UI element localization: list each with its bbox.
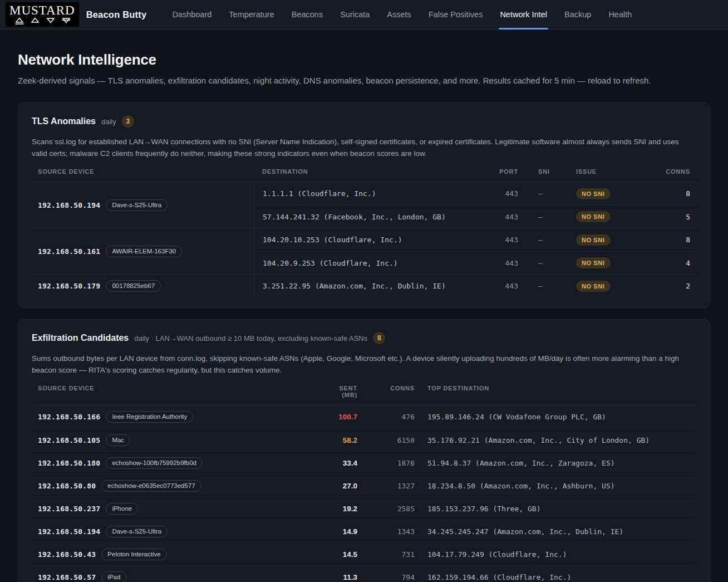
device-pill: echoshow-e0635ec0773ed577	[101, 480, 201, 492]
source-ip: 192.168.50.161	[38, 247, 100, 256]
exfil-count-badge: 8	[373, 332, 385, 344]
device-pill: echoshow-100fb75992b9fb0d	[106, 457, 203, 469]
page-title: Network Intelligence	[18, 51, 710, 69]
exfil-card-header: Exfiltration Candidates daily · LAN→WAN …	[32, 332, 696, 344]
app-name: Beacon Butty	[86, 9, 147, 20]
exfil-row: 192.168.50.237 iPhone 19.2 2585 185.153.…	[32, 497, 696, 520]
conns-cell: 8	[646, 189, 696, 198]
exfil-row: 192.168.50.43 Peloton Interactive 14.5 7…	[32, 542, 696, 565]
issue-badge: NO SNI	[576, 234, 611, 246]
exfil-source-cell: 192.168.50.237 iPhone	[32, 503, 324, 515]
device-pill: iPhone	[106, 503, 138, 515]
tls-col-source-device: Source Device	[32, 168, 254, 175]
main-content: Network Intelligence Zeek-derived signal…	[0, 51, 728, 582]
tls-col-port: Port	[479, 168, 518, 175]
tls-card-description: Scans ssl.log for established LAN→WAN co…	[32, 136, 691, 159]
destination-cell: 104.20.9.253 (Cloudflare, Inc.)	[255, 259, 479, 267]
nav-item-assets[interactable]: Assets	[387, 0, 411, 30]
issue-badge: NO SNI	[576, 257, 611, 268]
source-ip: 192.168.50.43	[38, 550, 96, 559]
nav-item-false-positives[interactable]: False Positives	[429, 0, 483, 30]
top-destination-cell: 195.89.146.24 (CW Vodafone Group PLC, GB…	[415, 413, 696, 421]
destination-cell: 57.144.241.32 (Facebook, Inc., London, G…	[255, 213, 479, 221]
tls-card-title: TLS Anomalies	[32, 116, 96, 126]
source-ip: 192.168.50.57	[38, 573, 96, 581]
exfil-source-cell: 192.168.50.166 Ieee Registration Authori…	[32, 411, 324, 423]
device-pill: Ieee Registration Authority	[106, 411, 193, 423]
tls-card-meta: daily	[101, 118, 116, 126]
source-ip: 192.168.50.180	[38, 459, 100, 467]
exfil-source-cell: 192.168.50.57 iPad	[32, 571, 324, 582]
tls-group-row: 192.168.50.194 Dave-s-S25-Ultra 1.1.1.1 …	[32, 182, 696, 228]
destination-cell: 3.251.22.95 (Amazon.com, Inc., Dublin, I…	[255, 282, 479, 290]
tls-group-row: 192.168.50.179 00178825eb67 3.251.22.95 …	[32, 274, 696, 297]
tls-col-conns: Conns	[646, 168, 696, 175]
sent-mb-cell: 100.7	[324, 413, 357, 421]
conns-cell: 6150	[357, 436, 415, 444]
nav-item-backup[interactable]: Backup	[564, 0, 591, 30]
sni-cell: –	[518, 282, 557, 290]
logo-text: MUSTARD	[9, 4, 75, 17]
exfil-table: Source Device Sent (MB) Conns Top Destin…	[32, 385, 696, 582]
tls-destination-rows: 1.1.1.1 (Cloudflare, Inc.) 443 – NO SNI …	[254, 182, 696, 228]
conns-cell: 794	[357, 573, 415, 581]
device-pill: AWAIR-ELEM-163F30	[106, 246, 182, 257]
sent-mb-cell: 14.5	[324, 550, 357, 559]
nav-item-suricata[interactable]: Suricata	[340, 0, 370, 30]
nav-item-network-intel[interactable]: Network Intel	[500, 0, 547, 30]
nav-item-health[interactable]: Health	[608, 0, 632, 30]
tls-source-cell: 192.168.50.161 AWAIR-ELEM-163F30	[32, 228, 254, 274]
source-ip: 192.168.50.105	[38, 436, 100, 444]
conns-cell: 4	[646, 259, 696, 267]
exfil-col-source-device: Source Device	[32, 385, 324, 398]
destination-cell: 1.1.1.1 (Cloudflare, Inc.)	[255, 189, 479, 198]
tls-destination-row: 3.251.22.95 (Amazon.com, Inc., Dublin, I…	[255, 275, 696, 297]
sent-mb-cell: 11.3	[324, 573, 357, 581]
tls-card-header: TLS Anomalies daily 3	[32, 115, 696, 128]
exfil-row: 192.168.50.80 echoshow-e0635ec0773ed577 …	[32, 474, 696, 497]
conns-cell: 731	[357, 550, 415, 559]
conns-cell: 5	[646, 213, 696, 221]
exfil-row: 192.168.50.194 Dave-s-S25-Ultra 14.9 134…	[32, 520, 696, 542]
sni-cell: –	[518, 213, 557, 221]
top-destination-cell: 18.234.8.50 (Amazon.com, Inc., Ashburn, …	[415, 482, 696, 490]
top-destination-cell: 51.94.8.37 (Amazon.com, Inc., Zaragoza, …	[415, 459, 696, 467]
exfil-source-cell: 192.168.50.80 echoshow-e0635ec0773ed577	[32, 480, 324, 492]
tls-destination-row: 104.20.10.253 (Cloudflare, Inc.) 443 – N…	[255, 228, 696, 251]
exfil-col-top-destination: Top Destination	[415, 385, 696, 398]
source-ip: 192.168.50.166	[38, 413, 100, 421]
device-pill: 00178825eb67	[106, 280, 161, 292]
exfil-row: 192.168.50.57 iPad 11.3 794 162.159.194.…	[32, 565, 696, 582]
exfil-card-meta: daily · LAN→WAN outbound ≥ 10 MB today, …	[134, 334, 367, 343]
tls-col-sni: SNI	[518, 168, 557, 175]
tls-destination-rows: 104.20.10.253 (Cloudflare, Inc.) 443 – N…	[254, 228, 696, 274]
sent-mb-cell: 33.4	[324, 459, 357, 467]
sent-mb-cell: 58.2	[324, 436, 357, 444]
primary-nav: DashboardTemperatureBeaconsSuricataAsset…	[172, 0, 632, 30]
exfil-col-conns: Conns	[357, 385, 415, 398]
top-destination-cell: 35.176.92.21 (Amazon.com, Inc., City of …	[415, 436, 696, 444]
tls-destination-row: 104.20.9.253 (Cloudflare, Inc.) 443 – NO…	[255, 251, 696, 274]
top-destination-cell: 104.17.79.249 (Cloudflare, Inc.)	[415, 550, 696, 559]
exfil-table-body: 192.168.50.166 Ieee Registration Authori…	[32, 405, 696, 582]
exfil-source-cell: 192.168.50.105 Mac	[32, 434, 324, 446]
sni-cell: –	[518, 189, 557, 198]
tls-source-cell: 192.168.50.179 00178825eb67	[32, 275, 254, 297]
port-cell: 443	[479, 259, 518, 267]
conns-cell: 1876	[357, 459, 415, 467]
nav-item-temperature[interactable]: Temperature	[229, 0, 274, 30]
exfiltration-candidates-card: Exfiltration Candidates daily · LAN→WAN …	[18, 319, 710, 582]
issue-badge: NO SNI	[576, 188, 611, 199]
exfil-row: 192.168.50.180 echoshow-100fb75992b9fb0d…	[32, 451, 696, 474]
sent-mb-cell: 27.0	[324, 482, 357, 490]
issue-cell: NO SNI	[557, 234, 646, 246]
conns-cell: 1343	[357, 527, 415, 536]
nav-item-dashboard[interactable]: Dashboard	[172, 0, 211, 30]
sent-mb-cell: 14.9	[324, 527, 357, 536]
exfil-source-cell: 192.168.50.180 echoshow-100fb75992b9fb0d	[32, 457, 324, 469]
tls-col-issue: Issue	[557, 168, 646, 175]
source-ip: 192.168.50.194	[38, 201, 100, 209]
issue-cell: NO SNI	[557, 281, 646, 292]
mustard-logo[interactable]: MUSTARD	[6, 2, 79, 27]
nav-item-beacons[interactable]: Beacons	[292, 0, 323, 30]
